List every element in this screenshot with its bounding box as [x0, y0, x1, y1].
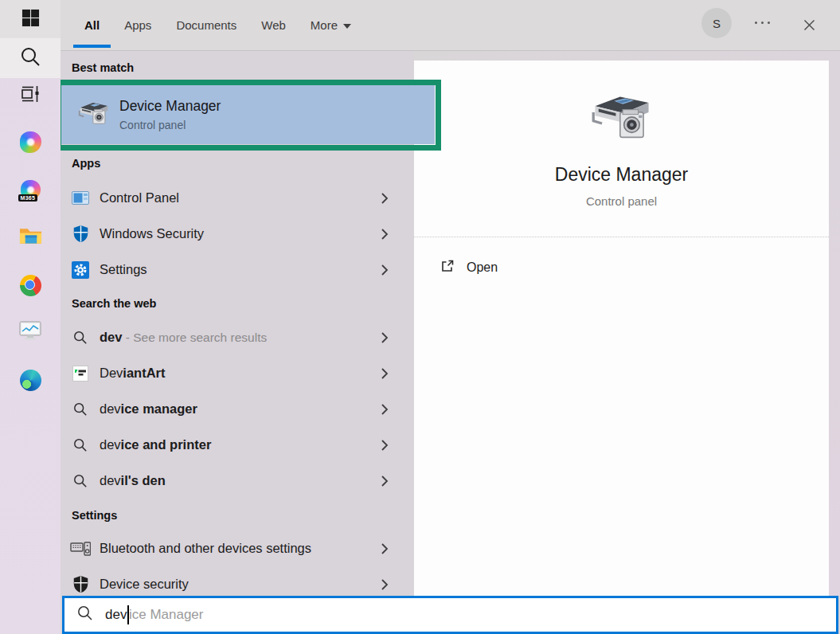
taskbar: M365	[0, 0, 61, 634]
search-icon	[70, 399, 91, 420]
tab-documents[interactable]: Documents	[176, 0, 236, 50]
deviantart-icon	[70, 363, 91, 384]
result-device-and-printer[interactable]: device and printer	[61, 427, 414, 463]
tab-web[interactable]: Web	[261, 0, 286, 50]
dropdown-arrow-icon	[343, 24, 351, 29]
result-label: Bluetooth and other devices settings	[100, 541, 311, 556]
windows-search-flyout: Best match Apps Control Panel Windows Se…	[0, 0, 840, 634]
windows-logo-icon	[21, 9, 40, 30]
search-icon	[70, 471, 91, 491]
result-settings[interactable]: Settings	[61, 252, 414, 288]
chrome-icon	[20, 275, 41, 296]
result-label: Settings	[100, 262, 147, 277]
avatar[interactable]: S	[701, 8, 732, 38]
result-dev-see-more[interactable]: dev - See more search results	[61, 319, 414, 355]
search-icon	[70, 327, 91, 348]
search-typed-text: dev	[105, 607, 127, 623]
result-label: devil's den	[100, 473, 166, 488]
open-action[interactable]: Open	[440, 258, 498, 277]
chevron-right-icon[interactable]	[381, 367, 389, 380]
result-control-panel[interactable]: Control Panel	[61, 180, 414, 216]
result-label: device and printer	[100, 437, 211, 452]
preview-panel: Device Manager Control panel Open	[414, 61, 829, 596]
result-devils-den[interactable]: devil's den	[61, 463, 414, 499]
device-security-shield-icon	[70, 574, 91, 595]
system-monitor-button[interactable]	[0, 314, 61, 352]
search-icon	[70, 435, 91, 456]
tab-label: Documents	[176, 18, 236, 32]
device-manager-icon-large	[414, 92, 829, 144]
close-icon[interactable]	[799, 15, 819, 34]
copilot-button[interactable]	[0, 123, 61, 161]
tab-all[interactable]: All	[84, 0, 100, 50]
tab-label: All	[84, 18, 100, 32]
search-header: All Apps Documents Web More S	[61, 0, 840, 51]
result-label: device manager	[100, 401, 197, 417]
search-inline-suggestion: ice Manager	[129, 607, 204, 623]
result-device-manager-suggestion[interactable]: device manager	[61, 391, 414, 427]
chevron-right-icon[interactable]	[381, 439, 389, 452]
section-header-best-match: Best match	[72, 61, 134, 74]
section-header-apps: Apps	[72, 157, 100, 170]
best-match-subtitle: Control panel	[119, 119, 221, 131]
chevron-right-icon[interactable]	[381, 542, 389, 555]
result-deviantart[interactable]: DeviantArt	[61, 355, 414, 391]
file-explorer-button[interactable]	[0, 218, 61, 256]
open-external-icon	[440, 258, 455, 277]
settings-gear-icon	[70, 260, 91, 280]
chevron-right-icon[interactable]	[381, 578, 389, 591]
tab-more[interactable]: More	[311, 0, 351, 50]
result-label: Device security	[100, 577, 189, 592]
section-header-web: Search the web	[72, 297, 156, 310]
result-bluetooth-settings[interactable]: Bluetooth and other devices settings	[61, 530, 414, 566]
m365-copilot-button[interactable]: M365	[0, 170, 61, 209]
preview-divider	[414, 237, 829, 237]
system-monitor-icon	[19, 321, 41, 345]
tab-label: Web	[261, 18, 286, 32]
open-label: Open	[467, 260, 498, 275]
chevron-right-icon[interactable]	[381, 264, 389, 276]
copilot-icon	[20, 131, 41, 153]
bluetooth-devices-icon	[70, 538, 91, 559]
search-input[interactable]: dev ice Manager	[62, 596, 838, 634]
result-windows-security[interactable]: Windows Security	[61, 216, 414, 252]
result-label: Control Panel	[100, 190, 179, 205]
tab-apps[interactable]: Apps	[124, 0, 151, 50]
best-match-result[interactable]: Device Manager Control panel	[61, 85, 435, 144]
result-label: dev - See more search results	[100, 330, 267, 345]
chevron-right-icon[interactable]	[381, 475, 389, 487]
search-icon	[76, 605, 94, 625]
edge-icon	[20, 370, 41, 391]
filter-tabs: All Apps Documents Web More	[84, 0, 351, 50]
chevron-right-icon[interactable]	[381, 331, 389, 344]
task-view-button[interactable]	[0, 76, 61, 115]
result-label: DeviantArt	[100, 366, 166, 381]
chevron-right-icon[interactable]	[381, 192, 389, 205]
chevron-right-icon[interactable]	[381, 403, 389, 416]
search-icon	[20, 46, 41, 71]
chevron-right-icon[interactable]	[381, 228, 389, 241]
chrome-button[interactable]	[0, 266, 61, 304]
windows-security-icon	[70, 224, 91, 245]
more-options-icon[interactable]	[755, 22, 770, 24]
start-button[interactable]	[0, 0, 61, 38]
control-panel-icon	[70, 188, 91, 209]
result-label: Windows Security	[100, 226, 204, 241]
m365-copilot-icon: M365	[21, 180, 41, 200]
preview-subtitle: Control panel	[414, 194, 829, 208]
file-explorer-icon	[19, 226, 42, 249]
tab-label: More	[311, 18, 338, 32]
best-match-title: Device Manager	[119, 98, 221, 115]
edge-button[interactable]	[0, 361, 61, 399]
tab-label: Apps	[124, 18, 151, 32]
taskbar-search-button[interactable]	[0, 38, 61, 78]
preview-title: Device Manager	[414, 164, 829, 186]
task-view-icon	[20, 84, 41, 108]
device-manager-icon	[78, 100, 110, 129]
m365-badge: M365	[18, 194, 38, 202]
section-header-settings: Settings	[72, 509, 117, 522]
